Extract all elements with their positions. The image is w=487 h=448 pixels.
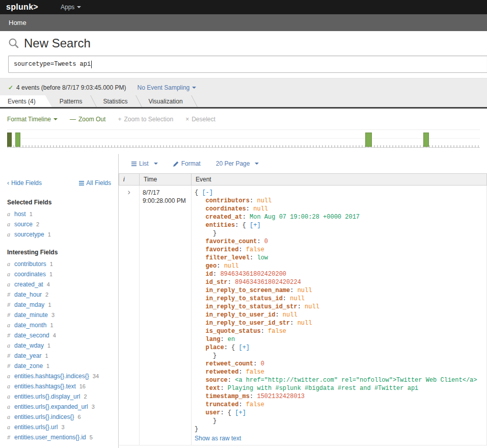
zoom-out-button[interactable]: — Zoom Out xyxy=(70,116,105,123)
field-link[interactable]: date_second xyxy=(14,332,49,339)
timeline-chart[interactable] xyxy=(7,129,480,148)
column-header-event[interactable]: Event xyxy=(192,174,487,186)
field-link[interactable]: date_wday xyxy=(14,342,44,349)
field-row: acoordinates1 xyxy=(7,271,111,281)
tab-statistics[interactable]: Statistics xyxy=(95,95,141,107)
timeline-bar[interactable] xyxy=(7,133,12,147)
apps-menu[interactable]: Apps xyxy=(61,4,81,11)
field-link[interactable]: entities.hashtags{}.indices{} xyxy=(14,373,89,380)
field-count: 1 xyxy=(45,353,48,359)
field-link[interactable]: sourcetype xyxy=(14,231,44,238)
status-tabs-band: ✓ 4 events (before 8/7/17 9:03:45.000 PM… xyxy=(0,78,487,109)
json-line: entities: { [+] xyxy=(195,221,483,229)
field-type-indicator: # xyxy=(7,434,14,441)
field-link[interactable]: entities.urls{}.expanded_url xyxy=(14,403,88,410)
column-header-info[interactable]: i xyxy=(119,174,140,186)
field-count: 5 xyxy=(90,434,93,440)
field-link[interactable]: date_year xyxy=(14,352,41,359)
zoom-to-selection-label: Zoom to Selection xyxy=(124,116,173,123)
json-punctuation: : xyxy=(238,368,246,376)
field-link[interactable]: entities.urls{}.url xyxy=(14,424,58,431)
json-line: text: Playing with #splunk #bigdata #res… xyxy=(195,384,483,392)
json-punctuation: } xyxy=(195,417,217,425)
timeline-bar[interactable] xyxy=(365,133,372,147)
tab-visualization[interactable]: Visualization xyxy=(141,95,196,107)
json-line: in_reply_to_status_id: null xyxy=(195,295,483,303)
column-header-time[interactable]: Time xyxy=(140,174,192,186)
field-link[interactable]: date_zone xyxy=(14,362,43,370)
json-punctuation: } xyxy=(195,230,217,237)
json-expand-toggle[interactable]: [+] xyxy=(235,409,246,416)
json-key: coordinates xyxy=(206,205,246,213)
top-nav-bar: splunk> Apps xyxy=(0,0,487,14)
list-view-dropdown[interactable]: List xyxy=(131,160,158,167)
field-count: 1 xyxy=(47,342,50,349)
hide-fields-link[interactable]: ‹ Hide Fields xyxy=(7,179,42,187)
field-link[interactable]: date_month xyxy=(14,322,46,329)
json-punctuation: : xyxy=(290,320,297,327)
field-link[interactable]: entities.hashtags{}.text xyxy=(14,383,76,390)
json-expand-toggle[interactable]: [-] xyxy=(202,189,213,196)
timeline-bar[interactable] xyxy=(15,133,20,147)
json-punctuation xyxy=(195,222,206,229)
chevron-down-icon xyxy=(192,87,196,89)
tab-label: Visualization xyxy=(148,98,182,105)
expand-event-button[interactable]: › xyxy=(128,188,130,196)
event-row: › 8/7/17 9:00:28.000 PM { [-] contributo… xyxy=(119,186,487,445)
json-punctuation xyxy=(195,271,206,278)
field-count: 1 xyxy=(30,211,33,217)
field-link[interactable]: entities.urls{}.display_url xyxy=(14,393,80,400)
field-link[interactable]: date_mday xyxy=(14,301,44,308)
field-link[interactable]: entities.urls{}.indices{} xyxy=(14,413,74,420)
json-line: created_at: Mon Aug 07 19:00:28 +0000 20… xyxy=(195,213,483,221)
json-key: source xyxy=(206,377,228,384)
per-page-dropdown[interactable]: 20 Per Page xyxy=(216,160,259,167)
field-row: #date_hour2 xyxy=(7,291,111,301)
json-string-value: en xyxy=(228,336,235,343)
field-link[interactable]: host xyxy=(14,210,26,218)
interesting-fields-list: acontributors1acoordinates1acreated_at4#… xyxy=(7,260,111,444)
json-expand-toggle[interactable]: [+] xyxy=(250,222,261,229)
field-type-indicator: # xyxy=(7,352,14,360)
json-expand-toggle[interactable]: [+] xyxy=(238,344,250,351)
json-punctuation xyxy=(195,368,206,376)
tab-events-4[interactable]: Events (4) xyxy=(0,95,52,107)
format-timeline-dropdown[interactable]: Format Timeline xyxy=(7,116,58,123)
field-type-indicator: # xyxy=(7,291,14,299)
field-link[interactable]: date_minute xyxy=(14,311,48,319)
json-punctuation xyxy=(195,311,206,319)
chevron-down-icon xyxy=(255,163,259,165)
field-type-indicator: # xyxy=(7,311,14,319)
field-link[interactable]: created_at xyxy=(14,281,43,288)
timeline-bar[interactable] xyxy=(423,133,429,147)
field-row: acontributors1 xyxy=(7,260,111,271)
tab-patterns[interactable]: Patterns xyxy=(52,95,96,107)
json-key: lang xyxy=(206,336,221,343)
splunk-logo[interactable]: splunk> xyxy=(6,3,38,12)
field-row: #date_year1 xyxy=(7,352,111,362)
format-results-button[interactable]: Format xyxy=(173,160,201,167)
json-null-value: null xyxy=(283,311,297,319)
field-count: 3 xyxy=(61,424,64,430)
search-input[interactable]: sourcetype=Tweets api xyxy=(8,56,487,73)
field-link[interactable]: entities.user_mentions{}.id xyxy=(14,434,86,441)
json-key: timestamp_ms xyxy=(206,393,250,400)
field-link[interactable]: date_hour xyxy=(14,291,42,298)
field-row: #date_minute3 xyxy=(7,311,111,322)
field-link[interactable]: contributors xyxy=(14,260,46,268)
json-punctuation: { xyxy=(195,189,202,196)
json-line: } xyxy=(195,425,483,433)
field-link[interactable]: coordinates xyxy=(14,271,46,278)
field-type-indicator: a xyxy=(7,210,14,218)
format-timeline-label: Format Timeline xyxy=(7,116,51,123)
field-count: 2 xyxy=(45,292,48,298)
timeline-section: Format Timeline — Zoom Out + Zoom to Sel… xyxy=(0,109,487,154)
all-fields-link[interactable]: All Fields xyxy=(79,179,111,187)
app-title[interactable]: Home xyxy=(9,19,26,27)
event-sampling-dropdown[interactable]: No Event Sampling xyxy=(138,84,197,91)
show-raw-text-link[interactable]: Show as raw text xyxy=(195,435,241,442)
json-punctuation xyxy=(195,360,206,367)
field-count: 1 xyxy=(48,231,51,238)
field-link[interactable]: source xyxy=(14,221,33,228)
json-key: favorited xyxy=(206,246,239,253)
